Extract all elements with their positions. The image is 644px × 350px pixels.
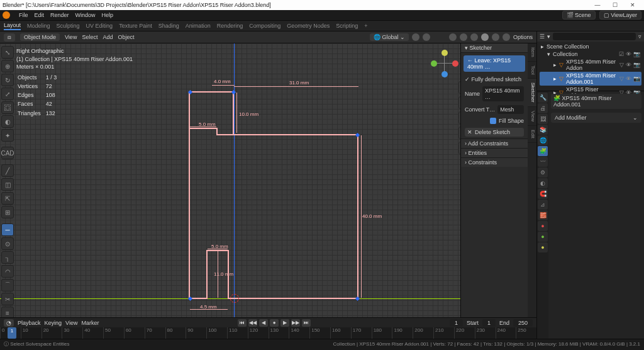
prop-tab-9[interactable]: 🧲: [538, 189, 548, 199]
convert-type-select[interactable]: Mesh: [497, 105, 524, 114]
prop-tab-6[interactable]: 〰: [538, 157, 548, 167]
outliner-editor-icon[interactable]: ☰: [540, 33, 545, 40]
outliner-item[interactable]: ▸▽XPS15 40mm Riser Addon▽👁📷: [540, 58, 641, 72]
vp-menu-add[interactable]: Add: [103, 34, 113, 40]
tab-compositing[interactable]: Compositing: [249, 23, 280, 29]
n-tab-view[interactable]: View: [528, 107, 536, 126]
n-tab-edit[interactable]: Edit: [528, 126, 536, 143]
nav-gizmo[interactable]: [431, 50, 458, 77]
n-tab-item[interactable]: Item: [528, 43, 536, 62]
fill-shape-checkbox[interactable]: [490, 118, 496, 124]
menu-render[interactable]: Render: [50, 12, 69, 18]
tab-sculpting[interactable]: Sculpting: [57, 23, 80, 29]
prop-tab-4[interactable]: 🌐: [538, 135, 548, 145]
transport-6[interactable]: ⏭: [302, 319, 311, 327]
sub-constraints[interactable]: › Constraints: [461, 157, 528, 167]
tl-menu-marker[interactable]: Marker: [81, 320, 99, 326]
outliner-filter[interactable]: ▿: [638, 33, 641, 40]
prop-tab-11[interactable]: 🧱: [538, 210, 548, 220]
prop-tab-8[interactable]: ◐: [538, 178, 548, 188]
frame-start[interactable]: 1: [482, 319, 496, 327]
tool-16[interactable]: ⌒: [1, 279, 14, 291]
tl-menu-keying[interactable]: Keying: [45, 320, 62, 326]
transport-0[interactable]: ⏮: [238, 319, 247, 327]
prop-tab-13[interactable]: ●: [538, 232, 548, 242]
tab-modeling[interactable]: Modeling: [27, 23, 50, 29]
shading-rendered[interactable]: [502, 33, 510, 41]
delete-sketch-button[interactable]: ✕Delete Sketch: [465, 128, 524, 137]
add-modifier-button[interactable]: Add Modifier⌄: [551, 113, 641, 123]
prop-tab-2[interactable]: 🖼: [538, 114, 548, 124]
shading-matprev[interactable]: [492, 33, 499, 41]
transport-5[interactable]: ▶▶: [291, 319, 300, 327]
tool-5[interactable]: ◐: [1, 115, 14, 128]
window-min-button[interactable]: —: [589, 2, 606, 8]
frame-current[interactable]: 1: [450, 319, 463, 327]
props-breadcrumb[interactable]: 🧩 XPS15 40mm Riser Addon.001: [551, 94, 641, 109]
tool-10[interactable]: ⇱: [1, 192, 14, 205]
frame-end[interactable]: 250: [513, 319, 533, 327]
transport-2[interactable]: ◀: [259, 319, 268, 327]
tab-animation[interactable]: Animation: [186, 23, 211, 29]
shading-solid[interactable]: [481, 33, 489, 41]
tool-6[interactable]: ✦: [1, 129, 14, 142]
tool-18[interactable]: ≡: [1, 307, 14, 317]
transport-4[interactable]: ▶: [280, 319, 289, 327]
prop-tab-7[interactable]: ⚙: [538, 167, 548, 178]
tab-geonodes[interactable]: Geometry Nodes: [287, 23, 330, 29]
tool-15[interactable]: ◠: [1, 265, 14, 278]
tool-11[interactable]: ⊞: [1, 206, 14, 218]
tool-9[interactable]: ◫: [1, 178, 14, 191]
tl-menu-playback[interactable]: Playback: [18, 320, 41, 326]
menu-edit[interactable]: Edit: [35, 12, 45, 18]
tab-uv[interactable]: UV Editing: [86, 23, 113, 29]
tool-1[interactable]: ⊕: [1, 60, 14, 72]
panel-sketcher-header[interactable]: ▾ Sketcher: [461, 43, 528, 53]
tool-0[interactable]: ⤡: [1, 46, 14, 59]
outliner-item[interactable]: ▾Collection☑👁📷: [540, 50, 641, 58]
gizmo-axis-y[interactable]: [441, 50, 448, 56]
tab-scripting[interactable]: Scripting: [336, 23, 358, 29]
leave-sketch-button[interactable]: ← Leave: XPS15 40mm …: [464, 55, 525, 72]
vp-menu-select[interactable]: Select: [82, 34, 97, 40]
menu-help[interactable]: Help: [102, 12, 114, 18]
sketch-name-field[interactable]: XPS15 40mm …: [482, 86, 524, 101]
gizmo-axis-neg-x[interactable]: [431, 60, 437, 67]
tl-menu-view[interactable]: View: [65, 320, 77, 326]
n-tab-sketcher[interactable]: Sketcher: [528, 79, 536, 107]
transport-3[interactable]: ●: [270, 319, 279, 327]
sub-entities[interactable]: › Entities: [461, 148, 528, 157]
prop-tab-0[interactable]: 🔧: [538, 93, 548, 103]
options-popover[interactable]: Options: [513, 34, 533, 40]
tool-13[interactable]: ⊙: [1, 237, 14, 250]
editor-type-selector[interactable]: ⧈: [4, 33, 15, 42]
window-close-button[interactable]: ✕: [624, 2, 641, 8]
prop-tab-5[interactable]: 🧩: [538, 146, 548, 156]
menu-window[interactable]: Window: [75, 12, 96, 18]
n-tab-tool[interactable]: Tool: [528, 62, 536, 79]
prop-tab-12[interactable]: ●: [538, 221, 548, 231]
prop-tab-1[interactable]: 🖨: [538, 103, 548, 113]
tab-shading[interactable]: Shading: [158, 23, 179, 29]
menu-file[interactable]: File: [19, 12, 28, 18]
proportional-toggle[interactable]: [423, 33, 430, 41]
scene-selector[interactable]: 🎬 Scene: [562, 11, 596, 20]
gizmo-axis-z[interactable]: [441, 71, 448, 77]
prop-tab-3[interactable]: 📚: [538, 125, 548, 135]
viewlayer-selector[interactable]: ▢ ViewLayer: [599, 11, 641, 20]
tool-2[interactable]: ↻: [1, 74, 14, 86]
tool-14[interactable]: ┐: [1, 251, 14, 264]
orientation-selector[interactable]: 🌐 Global ⌄: [370, 33, 409, 41]
sub-add-constraints[interactable]: › Add Constraints: [461, 138, 528, 148]
mode-selector[interactable]: Object Mode: [20, 33, 60, 41]
tab-rendering[interactable]: Rendering: [217, 23, 243, 29]
vp-menu-view[interactable]: View: [65, 34, 77, 40]
prop-tab-10[interactable]: ⊿: [538, 200, 548, 210]
outliner-item[interactable]: ▸Scene Collection: [540, 43, 641, 50]
outliner-item[interactable]: ▸▽XPS15 40mm Riser Addon.001▽👁📷: [540, 72, 641, 86]
tab-texpaint[interactable]: Texture Paint: [119, 23, 152, 29]
playhead[interactable]: 1: [8, 327, 16, 339]
tool-4[interactable]: ⿴: [1, 101, 14, 114]
outliner-display-mode[interactable]: ▾: [547, 33, 550, 40]
tool-17[interactable]: ✂: [1, 293, 14, 305]
